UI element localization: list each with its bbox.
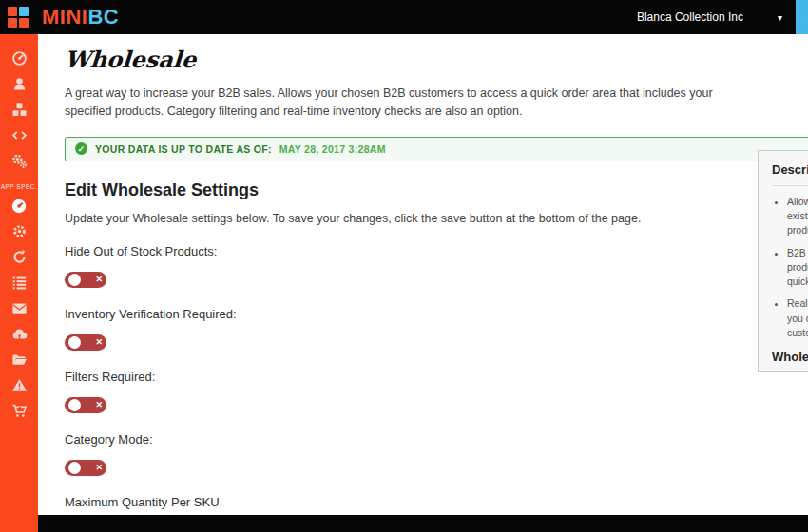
toggle-hide-out-of-stock[interactable]: ✕ — [65, 272, 106, 288]
logo-mini: MINI — [42, 5, 87, 28]
logo-squares-icon — [8, 7, 29, 28]
panel-bullet: B2B customers can order products in bulk… — [787, 246, 808, 290]
user-icon — [11, 76, 28, 92]
settings-subheading: Update your Wholesale settings below. To… — [65, 212, 808, 225]
code-icon — [11, 127, 28, 143]
sidebar: APP SPEC. — [0, 34, 38, 532]
field-label: Hide Out of Stock Products: — [65, 240, 255, 263]
field-label: Category Mode: — [65, 428, 255, 451]
sidebar-divider — [5, 180, 33, 180]
gear-icon — [11, 223, 28, 239]
main-content: Wholesale A great way to increase your B… — [38, 34, 808, 532]
status-date: MAY 28, 2017 3:28AM — [279, 143, 386, 155]
panel-description-heading: Description — [772, 162, 808, 177]
field-category-mode: Category Mode: ✕ — [65, 428, 808, 476]
cubes-icon — [11, 102, 28, 118]
field-inventory-verification: Inventory Verification Required: ✕ — [65, 303, 808, 351]
sidebar-item-customers[interactable] — [0, 71, 38, 97]
status-label: YOUR DATA IS UP TO DATE AS OF: — [95, 143, 272, 155]
panel-bullet: Allow wholesale pricing for your existin… — [787, 195, 808, 238]
gears-icon — [11, 153, 28, 169]
sidebar-item-products[interactable] — [0, 97, 38, 123]
app-dashboard-icon — [10, 198, 28, 215]
panel-bullet: Real-time inventory checks so you don't … — [787, 296, 808, 340]
toggle-state-icon: ✕ — [95, 338, 103, 347]
chevron-down-icon: ▾ — [778, 12, 796, 23]
toggle-state-icon: ✕ — [95, 401, 103, 409]
warning-icon — [11, 377, 28, 393]
sidebar-item-list[interactable] — [0, 270, 38, 295]
field-label: Filters Required: — [65, 366, 255, 389]
field-label: Inventory Verification Required: — [65, 303, 255, 326]
list-icon — [11, 275, 28, 291]
cloud-upload-icon — [11, 326, 28, 342]
toggle-state-icon: ✕ — [95, 464, 103, 472]
toggle-knob — [68, 274, 81, 286]
logo-text: MINIBC — [42, 0, 119, 34]
dashboard-icon — [11, 50, 28, 66]
sidebar-item-sync[interactable] — [0, 244, 38, 270]
field-hide-out-of-stock: Hide Out of Stock Products: ✕ — [65, 240, 808, 288]
folder-open-icon — [11, 352, 28, 368]
field-filters-required: Filters Required: ✕ — [65, 366, 808, 413]
mail-icon — [11, 300, 28, 316]
cart-icon — [11, 403, 28, 419]
toggle-inventory-verification[interactable]: ✕ — [65, 334, 106, 351]
sidebar-item-app-dashboard[interactable] — [0, 193, 38, 218]
sidebar-item-cart[interactable] — [0, 398, 38, 424]
panel-wholesale-heading: Wholesale Samples — [772, 350, 808, 364]
settings-heading: Edit Wholesale Settings — [65, 180, 808, 200]
check-icon: ✓ — [75, 142, 87, 155]
toggle-knob — [68, 336, 81, 349]
account-name: Blanca Collection Inc — [637, 10, 778, 24]
toggle-category-mode[interactable]: ✕ — [65, 460, 106, 476]
account-dropdown[interactable]: Blanca Collection Inc ▾ A — [637, 0, 808, 34]
sidebar-item-settings[interactable] — [0, 148, 38, 174]
minibc-logo[interactable]: MINIBC — [8, 0, 119, 34]
sidebar-item-cloud-upload[interactable] — [0, 321, 38, 347]
toggle-state-icon: ✕ — [95, 276, 103, 284]
status-bar: ✓ YOUR DATA IS UP TO DATE AS OF: MAY 28,… — [65, 137, 808, 162]
sidebar-item-dashboard[interactable] — [0, 46, 38, 71]
panel-bullet-list: Allow wholesale pricing for your existin… — [772, 195, 808, 340]
toggle-filters-required[interactable]: ✕ — [65, 397, 106, 413]
top-bar: MINIBC Blanca Collection Inc ▾ A — [0, 0, 808, 34]
sync-icon — [11, 249, 28, 265]
page-intro: A great way to increase your B2B sales. … — [65, 85, 747, 122]
sidebar-item-files[interactable] — [0, 347, 38, 372]
sidebar-item-app-settings[interactable] — [0, 218, 38, 244]
app-spec-label: APP SPEC. — [1, 183, 38, 190]
toggle-knob — [68, 399, 81, 411]
footer-bar — [38, 515, 808, 532]
description-panel: Description Allow wholesale pricing for … — [758, 150, 808, 372]
logo-bc: BC — [87, 5, 119, 28]
toggle-knob — [68, 462, 81, 474]
divider — [772, 185, 808, 186]
sidebar-item-mail[interactable] — [0, 295, 38, 321]
sidebar-item-alerts[interactable] — [0, 372, 38, 398]
sidebar-item-code[interactable] — [0, 123, 38, 148]
avatar[interactable]: A — [796, 0, 808, 34]
page-title: Wholesale — [64, 46, 808, 73]
